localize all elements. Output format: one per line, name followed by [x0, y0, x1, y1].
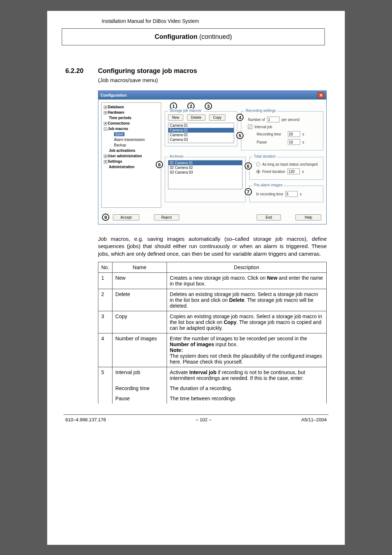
footer-center: – 102 –: [196, 417, 211, 422]
tree-connections[interactable]: +Connections: [102, 121, 160, 126]
accept-button[interactable]: Accept: [113, 214, 139, 220]
footer-left: 610–4.998.137.176: [65, 417, 106, 422]
callout-3: 3: [205, 102, 212, 110]
tree-save[interactable]: Save: [102, 131, 160, 137]
th-desc: Description: [167, 262, 326, 272]
intro-paragraph: Job macros, e.g. saving images automatic…: [98, 235, 327, 258]
page-title-cont: (continued): [197, 33, 232, 40]
tree-job-macros[interactable]: −Job macros: [102, 126, 160, 131]
expand-icon[interactable]: +: [104, 106, 107, 109]
tree-alarm-transmission[interactable]: Alarm transmission: [102, 137, 160, 142]
list-item[interactable]: Camera 02: [168, 133, 234, 137]
list-item[interactable]: Camera 01: [168, 128, 234, 133]
archives-fieldset: Archives 8 01 Camera 01 02 Camera 02 03 …: [165, 157, 246, 202]
unchanged-label: As long as input status unchanged: [262, 162, 318, 166]
list-item[interactable]: Camera 01: [168, 123, 234, 128]
total-legend: Total duration: [253, 154, 277, 158]
section-sub: (Job macros/save menu): [98, 77, 327, 83]
page: Installation Manual for DiBos Video Syst…: [47, 11, 345, 545]
fixed-label: Fixed duration: [262, 170, 285, 174]
rectime-label: Recording time: [257, 132, 286, 136]
tree-job-activations[interactable]: Job activations: [102, 148, 160, 153]
footer-right: A5/11–2004: [301, 417, 327, 422]
fixed-unit: s: [302, 170, 304, 174]
list-item[interactable]: Camera 03: [168, 137, 234, 142]
tree-administration[interactable]: Administration: [102, 164, 160, 170]
tree-settings[interactable]: +Settings: [102, 159, 160, 164]
list-item[interactable]: 03 Camera 03: [168, 170, 242, 175]
expand-icon[interactable]: +: [104, 160, 107, 163]
end-button[interactable]: End: [257, 214, 281, 220]
macros-fieldset: Storage job macros: New Delete Copy Came…: [165, 111, 237, 146]
numberof-label: Number of: [248, 118, 265, 122]
footer-rule: [64, 414, 328, 415]
tree-hardware[interactable]: +Hardware: [102, 110, 160, 115]
dialog-body: +Database +Hardware Time periods +Connec…: [98, 100, 326, 211]
delete-button[interactable]: Delete: [187, 114, 205, 121]
rectime-input[interactable]: [288, 131, 300, 137]
right-panes: 1 2 3 Storage job macros: New Delete Cop…: [165, 102, 323, 208]
tree-user-admin[interactable]: +User administration: [102, 153, 160, 159]
page-footer: 610–4.998.137.176 – 102 – A5/11–2004: [65, 417, 327, 422]
manual-title: Installation Manual for DiBos Video Syst…: [102, 18, 327, 24]
interval-label: Interval job: [254, 125, 272, 129]
prealarm-legend: Pre-alarm images: [253, 183, 284, 187]
tree-time-periods[interactable]: Time periods: [102, 115, 160, 121]
expand-icon[interactable]: +: [104, 155, 107, 158]
macros-legend: Storage job macros:: [168, 109, 204, 113]
close-icon[interactable]: ✕: [318, 92, 324, 98]
callout-9: 9: [102, 214, 109, 221]
copy-button[interactable]: Copy: [209, 114, 225, 121]
pause-unit: s: [302, 140, 304, 144]
callout-4: 4: [236, 114, 244, 121]
macros-listbox[interactable]: Camera 01 Camera 01 Camera 02 Camera 03: [168, 123, 234, 143]
page-title-box: Configuration (continued): [62, 28, 325, 45]
table-row: 1 New Creates a new storage job macro. C…: [98, 272, 327, 289]
recording-fieldset: Recording settings 4 Number of per secon…: [241, 111, 323, 150]
pause-input[interactable]: [288, 139, 300, 145]
dialog-title: Configuration: [101, 93, 127, 97]
archives-list[interactable]: 01 Camera 01 02 Camera 02 03 Camera 03: [168, 160, 242, 189]
pause-label: Pause: [257, 140, 286, 144]
prealarm-label: In recording time: [256, 192, 283, 196]
fixed-radio[interactable]: [256, 170, 260, 174]
new-button[interactable]: New: [168, 114, 183, 121]
dialog-titlebar: Configuration ✕: [98, 91, 326, 100]
tree-database[interactable]: +Database: [102, 104, 160, 110]
table-row: Recording time The duration of a recordi…: [98, 383, 327, 393]
expand-icon[interactable]: +: [104, 122, 107, 125]
persecond-label: per second: [282, 118, 299, 122]
callout-8: 8: [156, 161, 163, 168]
table-row: 4 Number of images Enter the number of i…: [98, 333, 327, 367]
callout-6: 6: [245, 162, 252, 170]
interval-checkbox[interactable]: ✓: [248, 125, 252, 129]
tree-backup[interactable]: Backup: [102, 142, 160, 148]
section-number: 6.2.20: [65, 67, 98, 75]
prealarm-input[interactable]: [285, 191, 298, 197]
recording-legend: Recording settings: [244, 109, 277, 113]
archives-legend: Archives: [168, 154, 185, 158]
description-table: No. Name Description 1 New Creates a new…: [98, 262, 327, 404]
table-row: Pause The time between recordings: [98, 393, 327, 404]
section-heading: Configuring storage job macros: [98, 67, 197, 75]
table-row: 3 Copy Copies an existing storage job ma…: [98, 311, 327, 333]
expand-icon[interactable]: +: [104, 111, 107, 114]
section-header: 6.2.20 Configuring storage job macros: [65, 67, 327, 75]
prealarm-fieldset: Pre-alarm images 7 In recording time s: [249, 186, 324, 202]
collapse-icon[interactable]: −: [104, 127, 107, 131]
table-row: 2 Delete Deletes an existing storage job…: [98, 289, 327, 311]
callout-7: 7: [245, 188, 252, 195]
unchanged-radio[interactable]: [256, 162, 260, 166]
numberof-input[interactable]: [267, 117, 279, 122]
rectime-unit: s: [302, 132, 304, 136]
reject-button[interactable]: Reject: [154, 214, 179, 220]
list-item[interactable]: 01 Camera 01: [168, 161, 242, 165]
dialog-bottom-buttons: 9 Accept Reject End Help: [98, 211, 326, 224]
table-row: 5 Interval job Activate Interval job if …: [98, 367, 327, 383]
fixed-input[interactable]: [287, 169, 300, 174]
nav-tree[interactable]: +Database +Hardware Time periods +Connec…: [101, 102, 161, 208]
help-button[interactable]: Help: [295, 214, 321, 220]
config-dialog: Configuration ✕ +Database +Hardware Time…: [98, 90, 327, 224]
total-duration-fieldset: Total duration 6 As long as input status…: [249, 157, 324, 180]
list-item[interactable]: 02 Camera 02: [168, 165, 242, 170]
